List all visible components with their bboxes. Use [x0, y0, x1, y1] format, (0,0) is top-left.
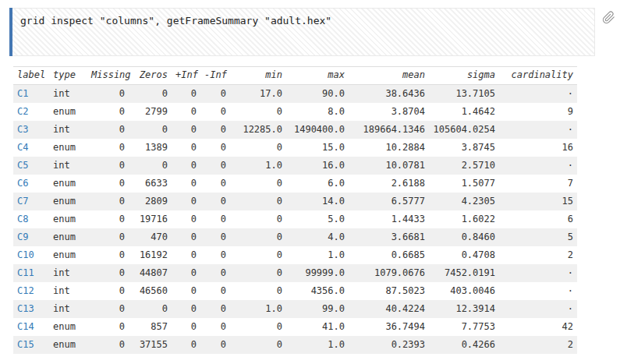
table-cell: · — [499, 282, 577, 300]
table-cell: 0 — [230, 264, 286, 282]
column-label-cell: C4 — [13, 139, 49, 157]
table-cell: enum — [49, 228, 87, 246]
table-row: C10enum0161920001.00.66850.47082 — [13, 246, 577, 264]
table-cell: 0 — [200, 175, 230, 193]
table-cell: 2.5710 — [429, 157, 499, 175]
table-cell: 0.4708 — [429, 246, 499, 264]
column-label-cell: C6 — [13, 175, 49, 193]
column-link[interactable]: C1 — [17, 88, 28, 99]
table-cell: 0 — [172, 210, 200, 228]
table-cell: enum — [49, 193, 87, 210]
table-cell: 0 — [172, 228, 200, 246]
table-cell: 0 — [87, 103, 129, 121]
column-link[interactable]: C15 — [17, 339, 34, 350]
table-row: C14enum085700041.036.74947.775342 — [13, 318, 577, 336]
table-cell: 44807 — [129, 264, 172, 282]
table-cell: 7.7753 — [429, 318, 499, 336]
table-cell: 99999.0 — [286, 264, 349, 282]
table-cell: 0 — [230, 246, 286, 264]
table-cell: 0 — [200, 318, 230, 336]
table-cell: 0 — [172, 175, 200, 193]
table-cell: 36.7494 — [349, 318, 429, 336]
table-cell: 0 — [200, 157, 230, 175]
column-header-type: type — [49, 67, 87, 85]
column-link[interactable]: C10 — [17, 249, 34, 260]
column-link[interactable]: C8 — [17, 214, 28, 224]
column-link[interactable]: C3 — [17, 124, 28, 135]
table-cell: 0 — [87, 193, 129, 210]
paperclip-icon — [602, 11, 615, 27]
table-cell: 0 — [129, 121, 172, 139]
table-cell: 0 — [129, 300, 172, 318]
table-cell: 3.6681 — [349, 228, 429, 246]
table-cell: 0 — [200, 264, 230, 282]
table-cell: 2799 — [129, 103, 172, 121]
column-header-mean: mean — [349, 67, 429, 85]
table-header: labeltypeMissingZeros+Inf-Infminmaxmeans… — [13, 67, 577, 85]
table-cell: 10.2884 — [349, 139, 429, 157]
table-cell: 0 — [172, 300, 200, 318]
table-cell: 0 — [230, 103, 286, 121]
table-cell: int — [49, 300, 87, 318]
table-cell: 0.8460 — [429, 228, 499, 246]
column-label-cell: C5 — [13, 157, 49, 175]
column-link[interactable]: C13 — [17, 303, 34, 314]
table-cell: enum — [49, 210, 87, 228]
table-cell: 38.6436 — [349, 85, 429, 104]
table-cell: 42 — [499, 318, 577, 336]
frame-summary-table: labeltypeMissingZeros+Inf-Infminmaxmeans… — [13, 66, 577, 354]
column-link[interactable]: C4 — [17, 142, 28, 153]
table-cell: · — [499, 157, 577, 175]
table-cell: 1490400.0 — [286, 121, 349, 139]
table-cell: 2809 — [129, 193, 172, 210]
table-cell: 0 — [200, 193, 230, 210]
table-cell: 0 — [200, 121, 230, 139]
table-cell: int — [49, 157, 87, 175]
column-link[interactable]: C5 — [17, 160, 28, 171]
column-label-cell: C12 — [13, 282, 49, 300]
column-label-cell: C2 — [13, 103, 49, 121]
column-label-cell: C9 — [13, 228, 49, 246]
table-cell: 0 — [200, 85, 230, 104]
table-cell: 0 — [172, 264, 200, 282]
table-cell: 1.0 — [286, 336, 349, 354]
table-cell: enum — [49, 139, 87, 157]
table-cell: 1079.0676 — [349, 264, 429, 282]
column-label-cell: C7 — [13, 193, 49, 210]
table-cell: 0 — [87, 246, 129, 264]
table-row: C12int0465600004356.087.5023403.0046· — [13, 282, 577, 300]
code-editor[interactable]: grid inspect "columns", getFrameSummary … — [12, 8, 595, 56]
table-cell: 16.0 — [286, 157, 349, 175]
table-cell: 0 — [172, 246, 200, 264]
column-label-cell: C1 — [13, 85, 49, 104]
column-link[interactable]: C14 — [17, 321, 34, 332]
table-cell: 105604.0254 — [429, 121, 499, 139]
table-cell: int — [49, 85, 87, 104]
column-link[interactable]: C12 — [17, 285, 34, 296]
column-link[interactable]: C6 — [17, 178, 28, 189]
table-row: C11int04480700099999.01079.06767452.0191… — [13, 264, 577, 282]
column-link[interactable]: C9 — [17, 231, 28, 242]
table-cell: 0 — [87, 282, 129, 300]
table-cell: 0 — [172, 318, 200, 336]
table-cell: 0.2393 — [349, 336, 429, 354]
table-cell: int — [49, 282, 87, 300]
table-cell: · — [499, 300, 577, 318]
table-cell: 4.2305 — [429, 193, 499, 210]
table-cell: 1.6022 — [429, 210, 499, 228]
table-cell: 2.6188 — [349, 175, 429, 193]
table-cell: 0 — [230, 175, 286, 193]
table-cell: 189664.1346 — [349, 121, 429, 139]
table-cell: 7452.0191 — [429, 264, 499, 282]
table-cell: enum — [49, 246, 87, 264]
table-cell: 0 — [87, 85, 129, 104]
table-cell: int — [49, 121, 87, 139]
table-cell: 4356.0 — [286, 282, 349, 300]
column-header-sigma: sigma — [429, 67, 499, 85]
column-link[interactable]: C2 — [17, 106, 28, 117]
table-cell: 1.0 — [230, 300, 286, 318]
table-cell: 0 — [172, 103, 200, 121]
table-cell: 0 — [200, 300, 230, 318]
column-link[interactable]: C11 — [17, 267, 34, 278]
column-link[interactable]: C7 — [17, 196, 28, 207]
